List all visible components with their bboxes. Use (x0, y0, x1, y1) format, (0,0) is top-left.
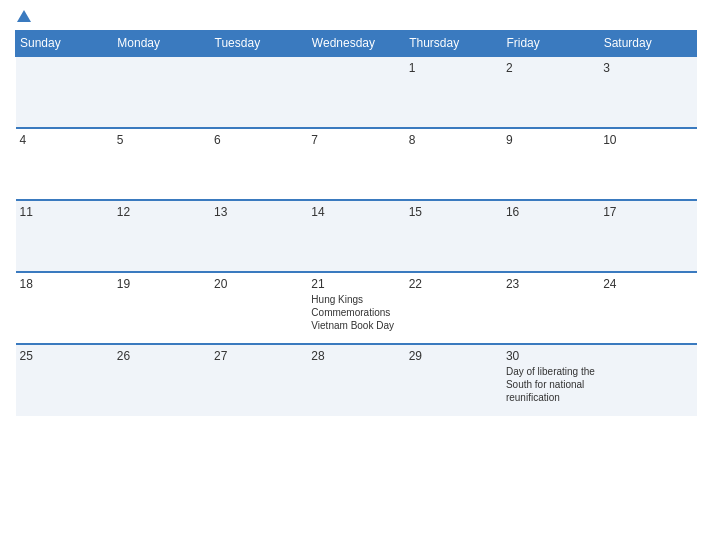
weekday-header: Sunday (16, 31, 113, 57)
calendar-day-cell: 2 (502, 56, 599, 128)
day-number: 7 (311, 133, 400, 147)
weekday-header: Friday (502, 31, 599, 57)
weekday-header-row: SundayMondayTuesdayWednesdayThursdayFrid… (16, 31, 697, 57)
calendar-week-row: 45678910 (16, 128, 697, 200)
day-number: 1 (409, 61, 498, 75)
day-number: 25 (20, 349, 109, 363)
day-number: 14 (311, 205, 400, 219)
day-number: 5 (117, 133, 206, 147)
day-number: 19 (117, 277, 206, 291)
day-number: 4 (20, 133, 109, 147)
day-number: 13 (214, 205, 303, 219)
day-number: 15 (409, 205, 498, 219)
calendar-day-cell (210, 56, 307, 128)
calendar-day-cell: 8 (405, 128, 502, 200)
day-number: 16 (506, 205, 595, 219)
calendar-day-cell: 17 (599, 200, 696, 272)
day-number: 29 (409, 349, 498, 363)
calendar-day-cell: 19 (113, 272, 210, 344)
calendar-day-cell: 23 (502, 272, 599, 344)
header (15, 10, 697, 22)
calendar-day-cell: 10 (599, 128, 696, 200)
logo-triangle-icon (17, 10, 31, 22)
day-number: 28 (311, 349, 400, 363)
calendar-day-cell (307, 56, 404, 128)
day-number: 6 (214, 133, 303, 147)
calendar-day-cell: 16 (502, 200, 599, 272)
calendar-event: Day of liberating the South for national… (506, 365, 595, 404)
day-number: 18 (20, 277, 109, 291)
day-number: 8 (409, 133, 498, 147)
calendar-day-cell: 4 (16, 128, 113, 200)
calendar-day-cell: 21Hung Kings CommemorationsVietnam Book … (307, 272, 404, 344)
calendar-week-row: 123 (16, 56, 697, 128)
day-number: 11 (20, 205, 109, 219)
day-number: 22 (409, 277, 498, 291)
calendar-day-cell: 25 (16, 344, 113, 416)
calendar-day-cell: 27 (210, 344, 307, 416)
day-number: 21 (311, 277, 400, 291)
calendar-day-cell (113, 56, 210, 128)
calendar-day-cell: 9 (502, 128, 599, 200)
calendar-day-cell: 22 (405, 272, 502, 344)
calendar-day-cell: 30Day of liberating the South for nation… (502, 344, 599, 416)
calendar-week-row: 18192021Hung Kings CommemorationsVietnam… (16, 272, 697, 344)
day-number: 30 (506, 349, 595, 363)
weekday-header: Thursday (405, 31, 502, 57)
weekday-header: Saturday (599, 31, 696, 57)
day-number: 17 (603, 205, 692, 219)
calendar-day-cell: 24 (599, 272, 696, 344)
logo (15, 10, 31, 22)
day-number: 3 (603, 61, 692, 75)
day-number: 9 (506, 133, 595, 147)
calendar-day-cell (599, 344, 696, 416)
calendar-day-cell: 20 (210, 272, 307, 344)
day-number: 2 (506, 61, 595, 75)
calendar-day-cell: 3 (599, 56, 696, 128)
calendar-week-row: 11121314151617 (16, 200, 697, 272)
day-number: 27 (214, 349, 303, 363)
calendar-day-cell: 14 (307, 200, 404, 272)
calendar-day-cell (16, 56, 113, 128)
calendar-day-cell: 13 (210, 200, 307, 272)
calendar-event: Vietnam Book Day (311, 319, 400, 332)
calendar-day-cell: 29 (405, 344, 502, 416)
calendar-day-cell: 26 (113, 344, 210, 416)
calendar-day-cell: 12 (113, 200, 210, 272)
weekday-header: Tuesday (210, 31, 307, 57)
day-number: 26 (117, 349, 206, 363)
weekday-header: Monday (113, 31, 210, 57)
day-number: 12 (117, 205, 206, 219)
day-number: 10 (603, 133, 692, 147)
calendar-day-cell: 11 (16, 200, 113, 272)
calendar-table: SundayMondayTuesdayWednesdayThursdayFrid… (15, 30, 697, 416)
day-number: 23 (506, 277, 595, 291)
calendar-day-cell: 1 (405, 56, 502, 128)
calendar-event: Hung Kings Commemorations (311, 293, 400, 319)
calendar-page: SundayMondayTuesdayWednesdayThursdayFrid… (0, 0, 712, 550)
calendar-week-row: 252627282930Day of liberating the South … (16, 344, 697, 416)
calendar-day-cell: 7 (307, 128, 404, 200)
calendar-day-cell: 5 (113, 128, 210, 200)
weekday-header: Wednesday (307, 31, 404, 57)
calendar-day-cell: 28 (307, 344, 404, 416)
calendar-day-cell: 15 (405, 200, 502, 272)
calendar-day-cell: 6 (210, 128, 307, 200)
day-number: 20 (214, 277, 303, 291)
day-number: 24 (603, 277, 692, 291)
calendar-day-cell: 18 (16, 272, 113, 344)
